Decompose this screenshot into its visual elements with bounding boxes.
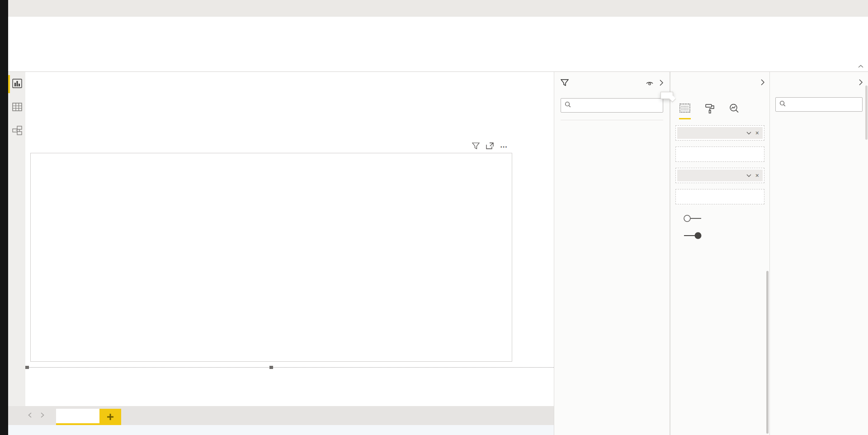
page-boundary-line xyxy=(25,367,554,368)
visualizations-scrollbar[interactable] xyxy=(766,271,769,434)
tooltips-well[interactable] xyxy=(675,189,764,204)
page-tab[interactable] xyxy=(56,409,99,425)
remove-field-icon[interactable]: × xyxy=(755,129,759,137)
powerbi-desktop-window: ⋯ xyxy=(0,0,868,435)
collapse-filters-pane-icon[interactable] xyxy=(659,80,663,88)
chart-bars xyxy=(56,181,512,340)
visualizations-pane: × × xyxy=(670,72,769,435)
tab-analytics[interactable] xyxy=(729,103,740,119)
report-view-button[interactable] xyxy=(12,78,23,89)
fields-scrollbar[interactable] xyxy=(865,85,868,140)
values-well[interactable]: × xyxy=(675,168,764,183)
collapse-visualizations-pane-icon[interactable] xyxy=(760,79,764,87)
focus-mode-icon[interactable] xyxy=(486,142,494,151)
new-page-button[interactable] xyxy=(99,409,121,425)
report-canvas[interactable]: ⋯ xyxy=(25,72,554,406)
search-icon xyxy=(565,101,571,109)
search-icon xyxy=(779,100,786,109)
window-edge-strip xyxy=(0,0,8,435)
fields-search-box[interactable] xyxy=(775,97,863,112)
filters-search-input[interactable] xyxy=(574,102,659,109)
legend-well[interactable] xyxy=(675,147,764,162)
chevron-down-icon[interactable] xyxy=(746,174,751,177)
collapse-fields-pane-icon[interactable] xyxy=(859,79,863,87)
line-chart-tooltip xyxy=(660,92,673,99)
filters-search-box[interactable] xyxy=(561,98,663,113)
remove-field-icon[interactable]: × xyxy=(755,172,759,179)
tab-format[interactable] xyxy=(704,103,715,119)
status-strip xyxy=(8,425,554,435)
visual-hover-toolbar: ⋯ xyxy=(472,142,509,151)
resize-handle[interactable] xyxy=(269,366,273,369)
axis-well[interactable]: × xyxy=(675,125,764,141)
active-view-indicator xyxy=(8,75,10,93)
chevron-down-icon[interactable] xyxy=(746,132,751,135)
keep-all-filters-toggle[interactable] xyxy=(683,232,702,241)
more-options-icon[interactable]: ⋯ xyxy=(500,142,509,151)
data-view-button[interactable] xyxy=(12,102,23,113)
visual-config-tabs xyxy=(679,103,764,119)
page-navigation-bar xyxy=(8,406,554,425)
eye-icon[interactable] xyxy=(646,80,654,88)
cross-report-toggle[interactable] xyxy=(683,214,702,224)
axis-field-chip[interactable]: × xyxy=(677,127,763,139)
model-view-button[interactable] xyxy=(12,125,23,136)
view-rail xyxy=(8,72,25,406)
collapse-ribbon-icon[interactable] xyxy=(858,62,863,70)
ribbon xyxy=(8,17,868,72)
previous-page-icon[interactable] xyxy=(28,411,32,420)
values-field-chip[interactable]: × xyxy=(677,170,763,181)
visual-filter-icon[interactable] xyxy=(472,142,480,151)
fields-search-input[interactable] xyxy=(789,101,859,109)
resize-handle[interactable] xyxy=(25,366,29,369)
next-page-icon[interactable] xyxy=(41,411,44,420)
tab-fields[interactable] xyxy=(679,103,691,119)
profit-by-date-visual[interactable] xyxy=(30,153,512,362)
filters-funnel-icon xyxy=(561,79,569,88)
ribbon-tabs xyxy=(8,0,868,17)
fields-pane xyxy=(769,72,868,435)
filters-pane xyxy=(554,72,670,435)
